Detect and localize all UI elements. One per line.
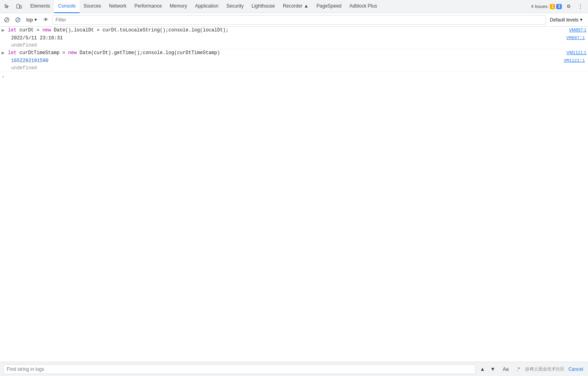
entry-row: ▶ let curDt = new Date(),localDt = curDt… [0,27,588,35]
tab-security[interactable]: Security [222,0,247,13]
find-cancel-button[interactable]: Cancel [567,366,585,373]
context-label: top [26,17,33,23]
console-output: ▶ let curDt = new Date(),localDt = curDt… [0,27,588,362]
console-toolbar: top ▼ 👁 Default levels ▼ [0,13,588,27]
find-input[interactable] [3,364,475,374]
entry-code: let curDtTimeStamp = new Date(curDt).get… [8,50,563,56]
find-match-case-button[interactable]: Aa [500,365,512,373]
more-options-button[interactable]: ⋮ [575,1,586,12]
tab-adblock[interactable]: Adblock Plus [345,0,381,13]
filter-input[interactable] [52,15,546,25]
entry-output: 1652282191590 VM1121:1 [0,57,588,64]
tab-lighthouse[interactable]: Lighthouse [247,0,279,13]
undefined-text: undefined [11,43,37,48]
tab-performance[interactable]: Performance [130,0,166,13]
svg-rect-1 [20,6,21,8]
tab-bar: Elements Console Sources Network Perform… [0,0,588,13]
svg-rect-0 [17,4,19,8]
console-prompt-row[interactable]: › [0,72,588,81]
entry-expand-icon[interactable]: ▶ [2,28,5,32]
entry-row: ▶ let curDtTimeStamp = new Date(curDt).g… [0,49,588,57]
inspect-element-button[interactable] [2,1,13,12]
find-prev-button[interactable]: ▲ [478,364,487,374]
tab-memory[interactable]: Memory [166,0,191,13]
info-badge: 3 [556,4,562,9]
output-vm-link[interactable]: VM897:1 [567,35,585,40]
entry-source-link[interactable]: VM897:1 [569,27,586,32]
tab-pagespeed[interactable]: PageSpeed [313,0,346,13]
find-regex-button[interactable]: .* [514,365,522,373]
console-entry: ▶ let curDtTimeStamp = new Date(curDt).g… [0,49,588,72]
toggle-filter-button[interactable] [13,15,23,25]
log-levels-dropdown[interactable]: Default levels ▼ [547,16,586,24]
prompt-chevron-icon: › [2,74,4,79]
entry-undefined: undefined [0,42,588,49]
entry-expand-icon[interactable]: ▶ [2,51,5,55]
tab-elements[interactable]: Elements [26,0,54,13]
svg-line-3 [5,18,8,21]
find-options: Aa .* [500,365,523,373]
tab-network[interactable]: Network [105,0,130,13]
tab-sources[interactable]: Sources [80,0,105,13]
console-entry: ▶ let curDt = new Date(),localDt = curDt… [0,27,588,49]
context-dropdown[interactable]: top ▼ [24,16,40,23]
settings-button[interactable]: ⚙ [563,1,574,12]
chevron-down-icon: ▼ [34,18,38,22]
tab-recorder[interactable]: Recorder ▲ [279,0,313,13]
devtools-icons [0,1,26,12]
find-bar: ▲ ▼ Aa .* @稀土掘金技术社区 Cancel [0,362,588,376]
svg-line-5 [16,18,19,21]
show-live-expressions-button[interactable]: 👁 [41,15,51,25]
clear-console-button[interactable] [2,15,12,25]
output-string-value: 2022/5/11 23:16:31 [11,35,63,41]
undefined-text: undefined [11,65,37,71]
find-nav: ▲ ▼ [478,364,498,374]
issues-label: 4 Issues: [531,4,549,9]
entry-undefined: undefined [0,64,588,72]
levels-label: Default levels [550,17,578,23]
entry-output: 2022/5/11 23:16:31 VM897:1 [0,35,588,42]
tab-application[interactable]: Application [191,0,222,13]
entry-source-link[interactable]: VM1121:1 [567,50,586,55]
tab-console[interactable]: Console [54,0,80,13]
issues-badge[interactable]: 4 Issues: 1 3 [531,4,562,9]
find-next-button[interactable]: ▼ [488,364,498,374]
device-toolbar-button[interactable] [14,1,25,12]
tab-bar-right: 4 Issues: 1 3 ⚙ ⋮ [531,1,588,12]
warn-badge: 1 [550,4,555,9]
chevron-down-icon-levels: ▼ [579,18,583,22]
output-number-value: 1652282191590 [11,58,49,64]
watermark-text: @稀土掘金技术社区 [525,366,564,372]
entry-code: let curDt = new Date(),localDt = curDt.t… [8,27,566,33]
output-vm-link2[interactable]: VM1121:1 [564,58,585,63]
